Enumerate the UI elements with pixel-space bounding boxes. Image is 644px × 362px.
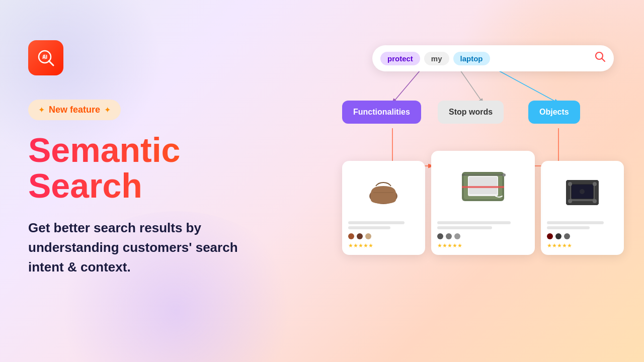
category-functionalities: Functionalities: [342, 101, 421, 124]
color-dot: [437, 233, 443, 239]
case-icon: [564, 176, 601, 209]
products-area: ★★★★★: [342, 161, 624, 265]
svg-point-3: [42, 54, 47, 59]
svg-point-27: [568, 182, 572, 186]
product-lines-3: [547, 221, 618, 229]
product-lines-1: [348, 221, 419, 229]
product-image-1: [348, 167, 419, 217]
svg-line-4: [392, 70, 420, 103]
product-image-2: [437, 157, 529, 217]
logo: AI: [28, 40, 63, 75]
product-line: [437, 221, 511, 224]
svg-rect-15: [462, 186, 504, 188]
right-diagram: protect my laptop Functionalities Stop w…: [332, 30, 624, 332]
logo-icon: AI: [35, 47, 56, 68]
search-icon[interactable]: [595, 51, 606, 65]
color-dot: [365, 233, 371, 239]
product-color-dots-2: [437, 233, 529, 239]
sleeve-icon: [458, 167, 508, 207]
product-stars-3: ★★★★★: [547, 242, 618, 249]
new-feature-badge: ✦ New feature ✦: [28, 100, 121, 120]
search-tag-my: my: [424, 52, 449, 65]
product-color-dots-1: [348, 233, 419, 239]
svg-point-28: [593, 182, 597, 186]
product-stars-1: ★★★★★: [348, 242, 419, 249]
svg-point-29: [568, 199, 572, 203]
svg-line-5: [460, 70, 483, 103]
badge-label: New feature: [49, 105, 100, 115]
color-dot: [446, 233, 452, 239]
product-image-3: [547, 167, 618, 217]
product-line: [437, 226, 493, 229]
search-tag-laptop: laptop: [453, 52, 490, 65]
product-card-1: ★★★★★: [342, 161, 425, 255]
product-line: [547, 221, 603, 224]
description-text: Get better search results by understandi…: [28, 218, 260, 277]
product-stars-2: ★★★★★: [437, 242, 529, 249]
product-color-dots-3: [547, 233, 618, 239]
svg-line-1: [49, 61, 53, 65]
product-line: [348, 221, 405, 224]
category-stopwords: Stop words: [438, 101, 504, 124]
search-tag-protect: protect: [380, 52, 420, 65]
bag-icon: [366, 178, 401, 206]
color-dot: [348, 233, 354, 239]
svg-point-26: [580, 189, 585, 194]
color-dot: [555, 233, 561, 239]
background: AI ✦ New feature ✦ Semantic Search Get b…: [0, 0, 644, 362]
color-dot: [547, 233, 553, 239]
product-card-3: ★★★★★: [541, 161, 624, 255]
product-card-2: ★★★★★: [431, 151, 535, 255]
svg-rect-14: [469, 177, 497, 194]
search-bar[interactable]: protect my laptop: [372, 45, 614, 71]
product-line: [348, 226, 390, 229]
color-dot: [564, 233, 570, 239]
svg-point-30: [593, 199, 597, 203]
left-section: AI ✦ New feature ✦ Semantic Search Get b…: [28, 40, 280, 277]
product-lines-2: [437, 221, 529, 229]
color-dot: [454, 233, 460, 239]
sparkle-left-icon: ✦: [38, 105, 45, 115]
main-title: Semantic Search: [28, 132, 280, 204]
sparkle-right-icon: ✦: [104, 105, 111, 115]
svg-point-17: [503, 173, 506, 176]
svg-line-8: [602, 58, 605, 61]
color-dot: [357, 233, 363, 239]
category-objects: Objects: [528, 101, 580, 124]
svg-line-6: [498, 70, 558, 103]
product-line: [547, 226, 589, 229]
